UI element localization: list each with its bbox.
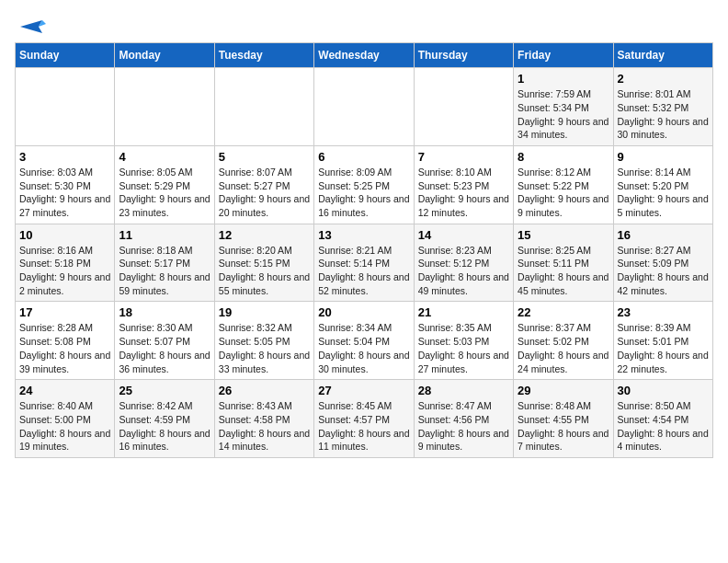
weekday-header: Monday	[115, 43, 214, 68]
calendar-cell: 22Sunrise: 8:37 AMSunset: 5:02 PMDayligh…	[514, 302, 613, 380]
cell-content: Sunrise: 8:40 AMSunset: 5:00 PMDaylight:…	[19, 399, 110, 454]
cell-content: Sunrise: 8:47 AMSunset: 4:56 PMDaylight:…	[418, 399, 509, 454]
cell-content: Sunrise: 7:59 AMSunset: 5:34 PMDaylight:…	[518, 87, 609, 142]
cell-content: Sunrise: 8:39 AMSunset: 5:01 PMDaylight:…	[618, 321, 709, 375]
cell-content: Sunrise: 8:01 AMSunset: 5:32 PMDaylight:…	[618, 87, 709, 142]
calendar-cell: 14Sunrise: 8:23 AMSunset: 5:12 PMDayligh…	[414, 224, 513, 302]
weekday-header: Saturday	[613, 43, 712, 68]
weekday-header: Wednesday	[314, 43, 414, 68]
day-number: 25	[119, 384, 210, 397]
calendar-cell: 11Sunrise: 8:18 AMSunset: 5:17 PMDayligh…	[115, 224, 214, 302]
calendar-week-row: 17Sunrise: 8:28 AMSunset: 5:08 PMDayligh…	[16, 302, 713, 380]
day-number: 26	[219, 384, 310, 397]
cell-content: Sunrise: 8:43 AMSunset: 4:58 PMDaylight:…	[219, 399, 310, 454]
calendar-cell: 18Sunrise: 8:30 AMSunset: 5:07 PMDayligh…	[115, 302, 214, 380]
weekday-header: Thursday	[414, 43, 513, 68]
day-number: 18	[119, 305, 210, 319]
calendar-cell: 3Sunrise: 8:03 AMSunset: 5:30 PMDaylight…	[16, 145, 115, 224]
day-number: 14	[418, 228, 509, 242]
calendar-cell: 28Sunrise: 8:47 AMSunset: 4:56 PMDayligh…	[414, 380, 513, 458]
cell-content: Sunrise: 8:10 AMSunset: 5:23 PMDaylight:…	[418, 166, 509, 220]
calendar-week-row: 24Sunrise: 8:40 AMSunset: 5:00 PMDayligh…	[16, 380, 713, 458]
cell-content: Sunrise: 8:03 AMSunset: 5:30 PMDaylight:…	[19, 166, 110, 220]
day-number: 1	[518, 72, 609, 86]
day-number: 23	[618, 305, 709, 319]
header-row: SundayMondayTuesdayWednesdayThursdayFrid…	[16, 43, 713, 68]
calendar-table: SundayMondayTuesdayWednesdayThursdayFrid…	[15, 42, 713, 458]
calendar-cell	[115, 68, 214, 146]
day-number: 27	[318, 384, 409, 397]
logo	[15, 15, 46, 33]
calendar-cell: 7Sunrise: 8:10 AMSunset: 5:23 PMDaylight…	[414, 145, 513, 224]
cell-content: Sunrise: 8:30 AMSunset: 5:07 PMDaylight:…	[119, 321, 210, 375]
day-number: 28	[418, 384, 509, 397]
calendar-cell: 19Sunrise: 8:32 AMSunset: 5:05 PMDayligh…	[214, 302, 313, 380]
calendar-cell: 10Sunrise: 8:16 AMSunset: 5:18 PMDayligh…	[16, 224, 115, 302]
day-number: 12	[219, 228, 310, 242]
day-number: 8	[518, 150, 609, 164]
calendar-cell: 16Sunrise: 8:27 AMSunset: 5:09 PMDayligh…	[613, 224, 712, 302]
day-number: 16	[618, 228, 709, 242]
cell-content: Sunrise: 8:35 AMSunset: 5:03 PMDaylight:…	[418, 321, 509, 375]
cell-content: Sunrise: 8:18 AMSunset: 5:17 PMDaylight:…	[119, 244, 210, 298]
calendar-cell: 27Sunrise: 8:45 AMSunset: 4:57 PMDayligh…	[314, 380, 414, 458]
cell-content: Sunrise: 8:14 AMSunset: 5:20 PMDaylight:…	[618, 166, 709, 220]
logo-plane-icon	[17, 17, 46, 37]
calendar-cell: 26Sunrise: 8:43 AMSunset: 4:58 PMDayligh…	[214, 380, 313, 458]
weekday-header: Tuesday	[214, 43, 313, 68]
calendar-cell	[414, 68, 513, 146]
day-number: 10	[19, 228, 110, 242]
cell-content: Sunrise: 8:27 AMSunset: 5:09 PMDaylight:…	[618, 244, 709, 298]
day-number: 3	[19, 150, 110, 164]
cell-content: Sunrise: 8:48 AMSunset: 4:55 PMDaylight:…	[518, 399, 609, 454]
calendar-week-row: 10Sunrise: 8:16 AMSunset: 5:18 PMDayligh…	[16, 224, 713, 302]
day-number: 29	[518, 384, 609, 397]
cell-content: Sunrise: 8:45 AMSunset: 4:57 PMDaylight:…	[318, 399, 409, 454]
calendar-cell: 2Sunrise: 8:01 AMSunset: 5:32 PMDaylight…	[613, 68, 712, 146]
calendar-cell: 9Sunrise: 8:14 AMSunset: 5:20 PMDaylight…	[613, 145, 712, 224]
day-number: 7	[418, 150, 509, 164]
day-number: 20	[318, 305, 409, 319]
day-number: 9	[618, 150, 709, 164]
day-number: 21	[418, 305, 509, 319]
day-number: 4	[119, 150, 210, 164]
day-number: 15	[518, 228, 609, 242]
calendar-cell: 23Sunrise: 8:39 AMSunset: 5:01 PMDayligh…	[613, 302, 712, 380]
day-number: 11	[119, 228, 210, 242]
day-number: 24	[19, 384, 110, 397]
day-number: 2	[618, 72, 709, 86]
calendar-cell: 29Sunrise: 8:48 AMSunset: 4:55 PMDayligh…	[514, 380, 613, 458]
day-number: 13	[318, 228, 409, 242]
cell-content: Sunrise: 8:05 AMSunset: 5:29 PMDaylight:…	[119, 166, 210, 220]
cell-content: Sunrise: 8:20 AMSunset: 5:15 PMDaylight:…	[219, 244, 310, 298]
calendar-cell: 12Sunrise: 8:20 AMSunset: 5:15 PMDayligh…	[214, 224, 313, 302]
calendar-cell: 13Sunrise: 8:21 AMSunset: 5:14 PMDayligh…	[314, 224, 414, 302]
day-number: 30	[618, 384, 709, 397]
calendar-cell: 8Sunrise: 8:12 AMSunset: 5:22 PMDaylight…	[514, 145, 613, 224]
calendar-cell: 6Sunrise: 8:09 AMSunset: 5:25 PMDaylight…	[314, 145, 414, 224]
calendar-cell	[16, 68, 115, 146]
svg-rect-2	[29, 26, 37, 28]
calendar-cell: 1Sunrise: 7:59 AMSunset: 5:34 PMDaylight…	[514, 68, 613, 146]
cell-content: Sunrise: 8:12 AMSunset: 5:22 PMDaylight:…	[518, 166, 609, 220]
calendar-body: 1Sunrise: 7:59 AMSunset: 5:34 PMDaylight…	[16, 68, 713, 458]
cell-content: Sunrise: 8:28 AMSunset: 5:08 PMDaylight:…	[19, 321, 110, 375]
calendar-cell: 15Sunrise: 8:25 AMSunset: 5:11 PMDayligh…	[514, 224, 613, 302]
calendar-cell: 30Sunrise: 8:50 AMSunset: 4:54 PMDayligh…	[613, 380, 712, 458]
calendar-cell: 4Sunrise: 8:05 AMSunset: 5:29 PMDaylight…	[115, 145, 214, 224]
cell-content: Sunrise: 8:21 AMSunset: 5:14 PMDaylight:…	[318, 244, 409, 298]
calendar-cell	[214, 68, 313, 146]
day-number: 22	[518, 305, 609, 319]
cell-content: Sunrise: 8:34 AMSunset: 5:04 PMDaylight:…	[318, 321, 409, 375]
cell-content: Sunrise: 8:32 AMSunset: 5:05 PMDaylight:…	[219, 321, 310, 375]
calendar-header: SundayMondayTuesdayWednesdayThursdayFrid…	[16, 43, 713, 68]
cell-content: Sunrise: 8:23 AMSunset: 5:12 PMDaylight:…	[418, 244, 509, 298]
cell-content: Sunrise: 8:42 AMSunset: 4:59 PMDaylight:…	[119, 399, 210, 454]
cell-content: Sunrise: 8:50 AMSunset: 4:54 PMDaylight:…	[618, 399, 709, 454]
calendar-cell: 21Sunrise: 8:35 AMSunset: 5:03 PMDayligh…	[414, 302, 513, 380]
cell-content: Sunrise: 8:37 AMSunset: 5:02 PMDaylight:…	[518, 321, 609, 375]
page-header	[15, 15, 713, 33]
calendar-cell: 17Sunrise: 8:28 AMSunset: 5:08 PMDayligh…	[16, 302, 115, 380]
cell-content: Sunrise: 8:16 AMSunset: 5:18 PMDaylight:…	[19, 244, 110, 298]
day-number: 17	[19, 305, 110, 319]
